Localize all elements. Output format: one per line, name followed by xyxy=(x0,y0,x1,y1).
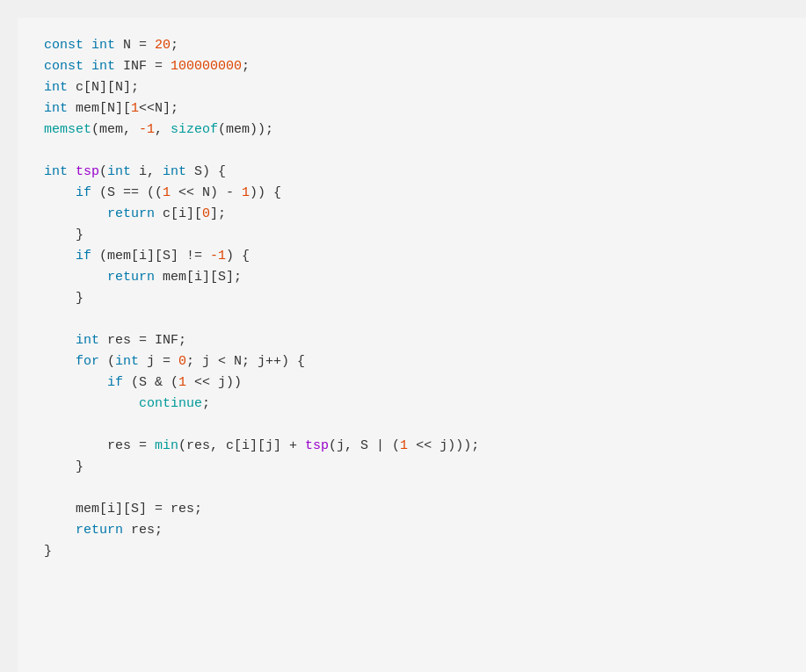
code-line xyxy=(44,141,797,162)
code-line xyxy=(44,309,797,330)
code-line: const int INF = 100000000; xyxy=(44,56,797,77)
code-token: 0 xyxy=(202,206,210,221)
code-token: S) { xyxy=(194,164,226,179)
code-line: res = min(res, c[i][j] + tsp(j, S | (1 <… xyxy=(44,436,797,457)
code-token: 0 xyxy=(178,354,186,369)
code-token: mem[N][ xyxy=(76,101,131,116)
code-token: mem[i][S] = res; xyxy=(44,502,202,517)
code-token: min xyxy=(155,438,178,453)
code-token: memset xyxy=(44,122,91,137)
code-token: 20 xyxy=(155,38,171,53)
code-line: } xyxy=(44,541,797,562)
code-line: return res; xyxy=(44,520,797,541)
code-token: (j, S | ( xyxy=(329,438,400,453)
code-token: if xyxy=(44,249,99,264)
code-token: ; xyxy=(202,396,210,411)
code-token: if xyxy=(44,375,131,390)
code-token: res = INF; xyxy=(107,333,186,348)
code-token: 1 xyxy=(163,185,171,200)
code-token: } xyxy=(44,291,84,306)
code-line: if (S & (1 << j)) xyxy=(44,372,797,394)
code-token: 1 xyxy=(242,185,250,200)
code-line: for (int j = 0; j < N; j++) { xyxy=(44,351,797,372)
code-token: N = xyxy=(123,38,155,53)
code-token: const xyxy=(44,59,91,74)
code-token: (S == (( xyxy=(99,185,163,200)
code-token: } xyxy=(44,544,52,559)
code-block: const int N = 20;const int INF = 1000000… xyxy=(44,35,797,562)
code-token: sizeof xyxy=(171,122,218,137)
code-token: , xyxy=(155,122,171,137)
code-token: int xyxy=(107,164,139,179)
code-token: << j)) xyxy=(186,375,242,390)
code-token: (mem)); xyxy=(218,122,273,137)
code-token: res; xyxy=(131,523,163,538)
code-token: 1 xyxy=(131,101,139,116)
code-line: int res = INF; xyxy=(44,330,797,351)
code-token: int xyxy=(44,333,107,348)
code-token: int xyxy=(44,101,76,116)
code-token: ; j < N; j++) { xyxy=(186,354,305,369)
code-token: (mem, xyxy=(91,122,139,137)
code-token: c[N][N]; xyxy=(76,80,139,95)
code-token: (mem[i][S] != xyxy=(99,249,210,264)
code-line: const int N = 20; xyxy=(44,35,797,56)
code-token: ]; xyxy=(210,206,226,221)
code-token: 100000000 xyxy=(171,59,242,74)
code-container: const int N = 20;const int INF = 1000000… xyxy=(18,18,806,672)
code-token: ) { xyxy=(226,249,250,264)
code-token: return xyxy=(44,206,163,221)
code-token: int xyxy=(163,164,194,179)
code-token: (S & ( xyxy=(131,375,178,390)
code-token: continue xyxy=(44,396,202,411)
code-line: int tsp(int i, int S) { xyxy=(44,162,797,183)
code-token: int xyxy=(44,164,76,179)
code-token: -1 xyxy=(139,122,155,137)
code-line xyxy=(44,415,797,436)
code-token: << N) - xyxy=(171,185,242,200)
code-token: j = xyxy=(147,354,178,369)
code-token: INF = xyxy=(123,59,171,74)
code-token: ( xyxy=(107,354,115,369)
code-line: memset(mem, -1, sizeof(mem)); xyxy=(44,119,797,141)
code-line: int mem[N][1<<N]; xyxy=(44,98,797,119)
code-token: mem[i][S]; xyxy=(163,270,242,285)
code-token: )) { xyxy=(250,185,281,200)
code-line: } xyxy=(44,457,797,478)
code-token: 1 xyxy=(400,438,408,453)
code-token: (res, c[i][j] + xyxy=(178,438,305,453)
code-line xyxy=(44,478,797,499)
code-token: ; xyxy=(171,38,178,53)
code-token: const xyxy=(44,38,91,53)
code-line: return mem[i][S]; xyxy=(44,267,797,288)
code-token: res = xyxy=(44,438,155,453)
code-token: for xyxy=(44,354,107,369)
code-token: int xyxy=(91,59,123,74)
code-line: continue; xyxy=(44,394,797,415)
code-token: int xyxy=(115,354,147,369)
code-line: if (S == ((1 << N) - 1)) { xyxy=(44,183,797,204)
code-line: } xyxy=(44,225,797,246)
code-token: return xyxy=(44,270,163,285)
code-token: return xyxy=(44,523,131,538)
code-token: tsp xyxy=(76,164,99,179)
code-token: 1 xyxy=(178,375,186,390)
code-token: int xyxy=(91,38,123,53)
code-line: if (mem[i][S] != -1) { xyxy=(44,246,797,267)
code-line: int c[N][N]; xyxy=(44,77,797,98)
code-token: <<N]; xyxy=(139,101,178,116)
code-line: mem[i][S] = res; xyxy=(44,499,797,520)
code-token: int xyxy=(44,80,76,95)
code-line: } xyxy=(44,288,797,309)
code-token: tsp xyxy=(305,438,329,453)
code-token: i, xyxy=(139,164,163,179)
code-token: ( xyxy=(99,164,107,179)
code-token: << j))); xyxy=(408,438,479,453)
code-token: } xyxy=(44,459,84,474)
code-token: } xyxy=(44,228,84,242)
code-token: ; xyxy=(242,59,250,74)
code-token: -1 xyxy=(210,249,226,264)
code-token: if xyxy=(44,185,99,200)
code-token: c[i][ xyxy=(163,206,202,221)
code-line: return c[i][0]; xyxy=(44,204,797,225)
